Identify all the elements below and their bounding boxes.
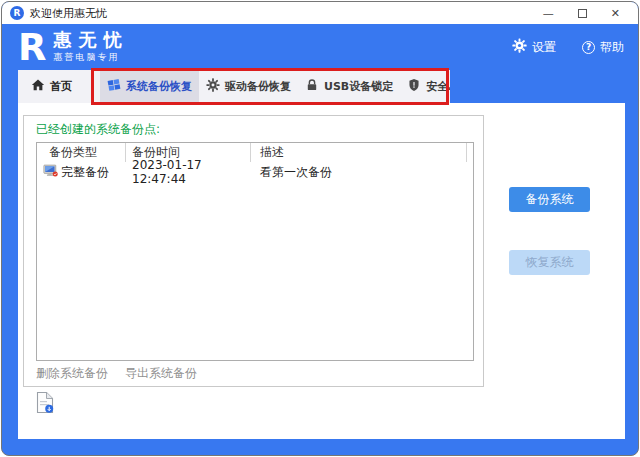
maximize-button[interactable] — [578, 9, 587, 18]
tab-label: 安全岛 — [426, 79, 450, 94]
title-bar: R 欢迎使用惠无忧 — ✕ — [2, 2, 638, 24]
tab-driver-backup-restore[interactable]: 驱动备份恢复 — [199, 70, 298, 103]
brand-logo: R — [18, 29, 45, 66]
list-actions: 删除系统备份 导出系统备份 — [36, 365, 197, 382]
tab-label: 系统备份恢复 — [126, 79, 192, 94]
window-title: 欢迎使用惠无忧 — [30, 6, 107, 21]
content-panel: 已经创建的系统备份点: 备份类型 备份时间 描述 — [18, 103, 625, 439]
row-backup-type: 完整备份 — [61, 164, 109, 181]
help-label: 帮助 — [600, 39, 624, 56]
log-document-icon[interactable] — [36, 391, 55, 414]
close-button[interactable]: ✕ — [611, 8, 620, 19]
help-icon: ? — [582, 41, 595, 54]
column-header-type[interactable]: 备份类型 — [37, 143, 126, 162]
help-button[interactable]: ? 帮助 — [582, 39, 624, 56]
section-label: 已经创建的系统备份点: — [36, 121, 160, 138]
gear-icon — [512, 38, 527, 56]
row-backup-desc: 看第一次备份 — [251, 164, 467, 181]
app-header: R 惠无忧 惠普电脑专用 — [2, 24, 638, 70]
tab-usb-device-lock[interactable]: USB设备锁定 — [298, 70, 400, 103]
tab-home[interactable]: 首页 — [18, 70, 84, 103]
shield-icon — [407, 78, 421, 95]
tab-bar: 首页 系统备份恢复 — [18, 70, 450, 103]
backup-points-groupbox: 已经创建的系统备份点: 备份类型 备份时间 描述 — [23, 115, 484, 387]
settings-label: 设置 — [532, 39, 556, 56]
app-icon: R — [10, 6, 24, 20]
tab-safety-island[interactable]: 安全岛 — [400, 70, 450, 103]
minimize-button[interactable]: — — [543, 8, 554, 19]
brand-block: 惠无忧 惠普电脑专用 — [54, 30, 129, 65]
app-window: R 欢迎使用惠无忧 — ✕ R 惠无忧 惠普电脑专用 — [1, 1, 639, 456]
export-backup-link[interactable]: 导出系统备份 — [125, 365, 197, 382]
backup-system-button[interactable]: 备份系统 — [509, 187, 590, 212]
table-row[interactable]: 完整备份 2023-01-17 12:47:44 看第一次备份 — [37, 162, 473, 182]
backup-list[interactable]: 备份类型 备份时间 描述 — [36, 142, 474, 361]
header-actions: 设置 ? 帮助 — [512, 38, 624, 56]
windows-flag-icon — [107, 78, 121, 95]
lock-icon — [305, 78, 319, 95]
tab-label: 驱动备份恢复 — [225, 79, 291, 94]
settings-button[interactable]: 设置 — [512, 38, 556, 56]
home-icon — [31, 78, 45, 95]
tab-label: USB设备锁定 — [324, 79, 393, 94]
window-controls: — ✕ — [543, 8, 630, 19]
app-subtitle: 惠普电脑专用 — [54, 51, 129, 64]
delete-backup-link[interactable]: 删除系统备份 — [36, 365, 108, 382]
list-header: 备份类型 备份时间 描述 — [37, 143, 473, 162]
tab-system-backup-restore[interactable]: 系统备份恢复 — [100, 70, 199, 103]
restore-system-button-disabled[interactable]: 恢复系统 — [509, 250, 590, 275]
full-backup-icon — [43, 163, 58, 181]
app-name: 惠无忧 — [54, 30, 129, 50]
column-header-desc[interactable]: 描述 — [251, 143, 467, 162]
tab-label: 首页 — [50, 79, 72, 94]
row-backup-time: 2023-01-17 12:47:44 — [126, 158, 251, 186]
gear-icon — [206, 78, 220, 95]
